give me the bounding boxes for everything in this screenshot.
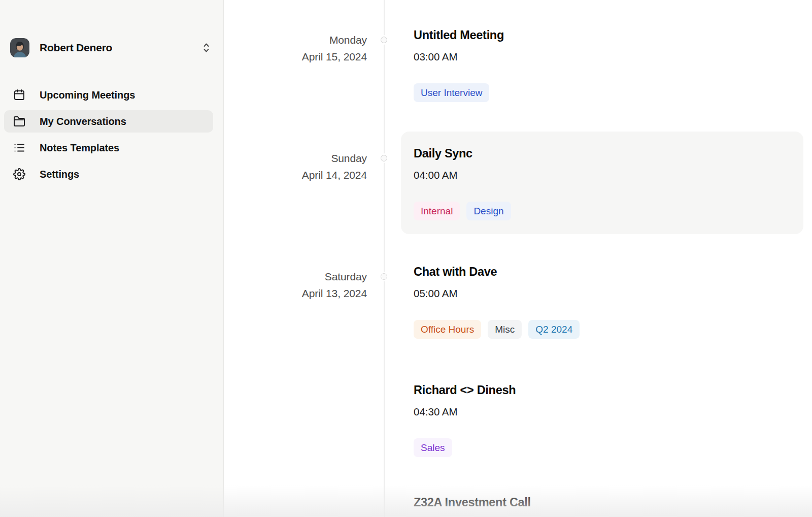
tag-list: Office Hours Misc Q2 2024: [414, 320, 791, 339]
meeting-column: Chat with Dave 05:00 AM Office Hours Mis…: [384, 265, 812, 352]
folder-icon: [13, 115, 26, 128]
timeline-row: Z32A Investment Call: [224, 495, 812, 517]
sidebar-item-label: My Conversations: [40, 116, 126, 127]
list-icon: [13, 141, 26, 154]
timeline-row: Sunday April 14, 2024 Daily Sync 04:00 A…: [224, 146, 812, 265]
tag-list: User Interview: [414, 83, 791, 102]
meeting-title: Z32A Investment Call: [414, 495, 791, 509]
date-label: Monday April 15, 2024: [224, 28, 384, 65]
meeting-card-chat-with-dave[interactable]: Chat with Dave 05:00 AM Office Hours Mis…: [401, 250, 803, 352]
meeting-time: 04:30 AM: [414, 406, 791, 418]
tag-internal[interactable]: Internal: [414, 202, 460, 220]
timeline-row: Monday April 15, 2024 Untitled Meeting 0…: [224, 28, 812, 146]
sidebar-item-settings[interactable]: Settings: [4, 163, 213, 185]
sidebar-item-label: Settings: [40, 169, 79, 180]
meeting-time: 04:00 AM: [414, 169, 791, 181]
tag-design[interactable]: Design: [466, 202, 511, 220]
meeting-column: Untitled Meeting 03:00 AM User Interview: [384, 28, 812, 116]
sidebar: Robert Denero Upcoming Meet: [0, 0, 224, 517]
meeting-card-z32a-investment-call[interactable]: Z32A Investment Call: [401, 480, 803, 517]
tag-user-interview[interactable]: User Interview: [414, 83, 489, 102]
timeline-dot: [381, 273, 387, 280]
sidebar-item-label: Upcoming Meetings: [40, 89, 135, 101]
sidebar-nav: Upcoming Meetings My Conversations: [0, 84, 223, 185]
meeting-title: Untitled Meeting: [414, 28, 791, 42]
sidebar-item-label: Notes Templates: [40, 142, 119, 154]
tag-sales[interactable]: Sales: [414, 438, 452, 457]
tag-list: Internal Design: [414, 202, 791, 220]
day-name: Saturday: [224, 268, 367, 285]
account-switcher[interactable]: Robert Denero: [10, 37, 210, 59]
timeline-panel: Monday April 15, 2024 Untitled Meeting 0…: [224, 0, 812, 517]
day-name: Monday: [224, 31, 367, 48]
chevron-updown-icon[interactable]: [202, 42, 210, 53]
avatar: [10, 38, 29, 57]
tag-q2-2024[interactable]: Q2 2024: [528, 320, 580, 339]
tag-office-hours[interactable]: Office Hours: [414, 320, 481, 339]
meeting-card-untitled-meeting[interactable]: Untitled Meeting 03:00 AM User Interview: [401, 13, 803, 116]
date-label: Sunday April 14, 2024: [224, 146, 384, 183]
meeting-time: 05:00 AM: [414, 287, 791, 300]
meeting-column: Daily Sync 04:00 AM Internal Design: [384, 146, 812, 234]
date-text: April 15, 2024: [224, 48, 367, 65]
day-name: Sunday: [224, 150, 367, 167]
meeting-card-daily-sync[interactable]: Daily Sync 04:00 AM Internal Design: [401, 132, 803, 234]
account-name: Robert Denero: [40, 42, 202, 54]
date-text: April 13, 2024: [224, 285, 367, 302]
sidebar-item-upcoming-meetings[interactable]: Upcoming Meetings: [4, 84, 213, 106]
sidebar-item-notes-templates[interactable]: Notes Templates: [4, 137, 213, 159]
meeting-title: Chat with Dave: [414, 265, 791, 279]
meeting-title: Richard <> Dinesh: [414, 383, 791, 397]
meeting-column: Z32A Investment Call: [384, 495, 812, 517]
date-label: [224, 383, 384, 386]
app-window: Robert Denero Upcoming Meet: [0, 0, 812, 517]
sidebar-item-my-conversations[interactable]: My Conversations: [4, 110, 213, 133]
meeting-column: Richard <> Dinesh 04:30 AM Sales: [384, 383, 812, 471]
meeting-time: 03:00 AM: [414, 51, 791, 63]
meeting-title: Daily Sync: [414, 146, 791, 160]
tag-misc[interactable]: Misc: [488, 320, 522, 339]
date-text: April 14, 2024: [224, 167, 367, 183]
timeline-dot: [381, 155, 387, 161]
date-label: [224, 495, 384, 499]
date-label: Saturday April 13, 2024: [224, 265, 384, 302]
gear-icon: [13, 168, 26, 181]
timeline-row: Richard <> Dinesh 04:30 AM Sales: [224, 383, 812, 495]
timeline-row: Saturday April 13, 2024 Chat with Dave 0…: [224, 265, 812, 383]
meeting-card-richard-dinesh[interactable]: Richard <> Dinesh 04:30 AM Sales: [401, 368, 803, 471]
calendar-icon: [13, 88, 26, 102]
tag-list: Sales: [414, 438, 791, 457]
timeline-dot: [381, 37, 387, 43]
